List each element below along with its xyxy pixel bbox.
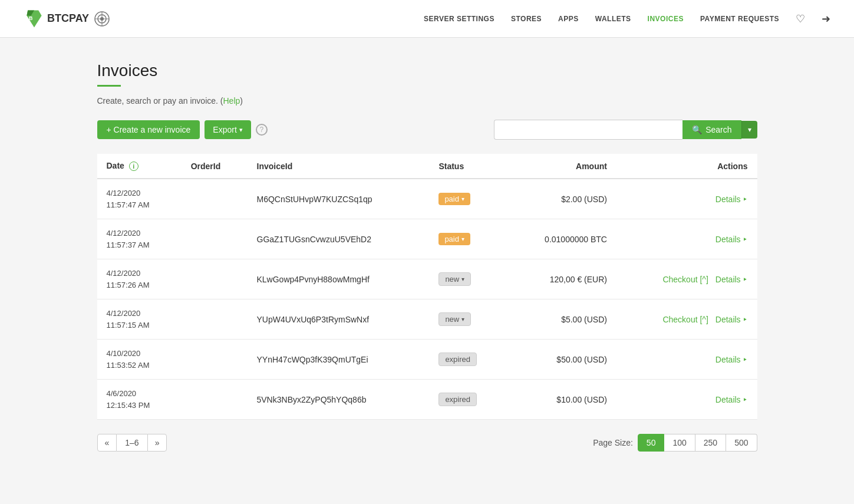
page-size-label: Page Size: <box>593 438 633 447</box>
page-size-500[interactable]: 500 <box>726 434 757 452</box>
cell-invoiceid-5: 5VNk3NByx2ZyPQ5hYQq86b <box>248 380 430 420</box>
tor-icon <box>94 11 110 27</box>
cell-actions-0: Details ‣ <box>616 179 757 219</box>
search-button[interactable]: 🔍 Search <box>682 120 741 139</box>
pagination-next[interactable]: » <box>147 434 167 452</box>
status-badge-3[interactable]: new ▾ <box>438 312 471 326</box>
cell-orderid-2 <box>182 259 248 299</box>
pagination-prev[interactable]: « <box>97 434 117 452</box>
date-info-icon[interactable]: i <box>129 162 139 171</box>
pagination-area: « 1–6 » Page Size: 50 100 250 500 <box>97 434 757 452</box>
search-dropdown-button[interactable]: ▾ <box>741 121 757 139</box>
cell-date-2: 4/12/202011:57:26 AM <box>97 259 182 299</box>
details-link-1[interactable]: Details ‣ <box>715 235 748 244</box>
toolbar-right: 🔍 Search ▾ <box>494 120 757 140</box>
col-status: Status <box>429 154 506 179</box>
cell-status-0: paid ▾ <box>429 179 506 219</box>
cell-status-4: expired <box>429 340 506 380</box>
status-badge-5[interactable]: expired <box>438 393 477 406</box>
header: B BTCPAY SERVER SETTINGS STORES APPS WAL… <box>0 0 854 38</box>
page-size-100[interactable]: 100 <box>664 434 695 452</box>
col-orderid: OrderId <box>182 154 248 179</box>
nav-menu: SERVER SETTINGS STORES APPS WALLETS INVO… <box>424 12 830 25</box>
cell-invoiceid-1: GGaZ1TUGsnCvwzuU5VEhD2 <box>248 219 430 259</box>
cell-date-3: 4/12/202011:57:15 AM <box>97 299 182 340</box>
svg-text:B: B <box>29 15 33 21</box>
cell-amount-4: $50.00 (USD) <box>506 340 616 380</box>
cell-orderid-3 <box>182 299 248 340</box>
status-badge-4[interactable]: expired <box>438 353 477 366</box>
checkout-link[interactable]: Checkout [^] <box>662 315 708 324</box>
cell-invoiceid-3: YUpW4UVxUq6P3tRymSwNxf <box>248 299 430 340</box>
checkout-link[interactable]: Checkout [^] <box>662 275 708 284</box>
nav-apps[interactable]: APPS <box>558 15 579 23</box>
cell-orderid-4 <box>182 340 248 380</box>
user-icon[interactable]: ♡ <box>796 12 805 25</box>
details-link-2[interactable]: Details ‣ <box>715 275 748 284</box>
nav-server-settings[interactable]: SERVER SETTINGS <box>424 15 494 23</box>
page-size-area: Page Size: 50 100 250 500 <box>593 434 757 452</box>
status-badge-1[interactable]: paid ▾ <box>438 233 470 245</box>
cell-actions-2: Checkout [^] Details ‣ <box>616 259 757 299</box>
logo-text: BTCPAY <box>47 12 89 25</box>
nav-wallets[interactable]: WALLETS <box>595 15 631 23</box>
cell-actions-3: Checkout [^] Details ‣ <box>616 299 757 340</box>
table-row: 4/12/202011:57:26 AM KLwGowp4PvnyH88owMm… <box>97 259 757 299</box>
table-row: 4/12/202011:57:47 AM M6QCnStUHvpW7KUZCSq… <box>97 179 757 219</box>
table-row: 4/10/202011:53:52 AM YYnH47cWQp3fK39QmUT… <box>97 340 757 380</box>
pagination: « 1–6 » <box>97 434 167 452</box>
page-size-250[interactable]: 250 <box>695 434 726 452</box>
table-header: Date i OrderId InvoiceId Status Amount A… <box>97 154 757 179</box>
col-date: Date i <box>97 154 182 179</box>
cell-amount-3: $5.00 (USD) <box>506 299 616 340</box>
cell-status-1: paid ▾ <box>429 219 506 259</box>
main-content: Invoices Create, search or pay an invoic… <box>74 38 781 487</box>
cell-invoiceid-4: YYnH47cWQp3fK39QmUTgEi <box>248 340 430 380</box>
table-row: 4/12/202011:57:15 AM YUpW4UVxUq6P3tRymSw… <box>97 299 757 340</box>
logo[interactable]: B BTCPAY <box>24 8 89 29</box>
help-link[interactable]: Help <box>223 96 240 106</box>
cell-orderid-5 <box>182 380 248 420</box>
status-badge-2[interactable]: new ▾ <box>438 272 471 286</box>
col-invoiceid: InvoiceId <box>248 154 430 179</box>
toolbar-left: + Create a new invoice Export ▾ ? <box>97 120 268 139</box>
nav-payment-requests[interactable]: PAYMENT REQUESTS <box>700 15 779 23</box>
pagination-info: 1–6 <box>117 434 147 452</box>
table-row: 4/6/202012:15:43 PM 5VNk3NByx2ZyPQ5hYQq8… <box>97 380 757 420</box>
cell-actions-5: Details ‣ <box>616 380 757 420</box>
title-underline <box>97 85 121 87</box>
cell-invoiceid-0: M6QCnStUHvpW7KUZCSq1qp <box>248 179 430 219</box>
status-badge-0[interactable]: paid ▾ <box>438 193 470 205</box>
help-icon[interactable]: ? <box>256 124 268 136</box>
invoice-table: Date i OrderId InvoiceId Status Amount A… <box>97 154 757 420</box>
cell-date-4: 4/10/202011:53:52 AM <box>97 340 182 380</box>
cell-date-5: 4/6/202012:15:43 PM <box>97 380 182 420</box>
cell-amount-5: $10.00 (USD) <box>506 380 616 420</box>
cell-actions-4: Details ‣ <box>616 340 757 380</box>
subtitle: Create, search or pay an invoice. (Help) <box>97 96 757 106</box>
search-input[interactable] <box>494 120 682 140</box>
logo-area: B BTCPAY <box>24 8 110 29</box>
table-body: 4/12/202011:57:47 AM M6QCnStUHvpW7KUZCSq… <box>97 179 757 420</box>
cell-status-5: expired <box>429 380 506 420</box>
details-link-5[interactable]: Details ‣ <box>715 395 748 404</box>
details-link-3[interactable]: Details ‣ <box>715 315 748 324</box>
cell-date-1: 4/12/202011:57:37 AM <box>97 219 182 259</box>
cell-orderid-0 <box>182 179 248 219</box>
logout-icon[interactable]: ➜ <box>822 12 830 25</box>
nav-stores[interactable]: STORES <box>511 15 542 23</box>
page-size-50[interactable]: 50 <box>638 434 665 452</box>
nav-invoices[interactable]: INVOICES <box>648 15 684 23</box>
details-link-0[interactable]: Details ‣ <box>715 195 748 204</box>
page-title: Invoices <box>97 61 757 80</box>
cell-date-0: 4/12/202011:57:47 AM <box>97 179 182 219</box>
toolbar: + Create a new invoice Export ▾ ? 🔍 Sear… <box>97 120 757 140</box>
create-invoice-button[interactable]: + Create a new invoice <box>97 120 200 139</box>
export-dropdown-caret: ▾ <box>239 126 243 134</box>
details-link-4[interactable]: Details ‣ <box>715 355 748 364</box>
export-button[interactable]: Export ▾ <box>205 120 250 139</box>
cell-amount-0: $2.00 (USD) <box>506 179 616 219</box>
cell-orderid-1 <box>182 219 248 259</box>
cell-status-3: new ▾ <box>429 299 506 340</box>
cell-amount-2: 120,00 € (EUR) <box>506 259 616 299</box>
